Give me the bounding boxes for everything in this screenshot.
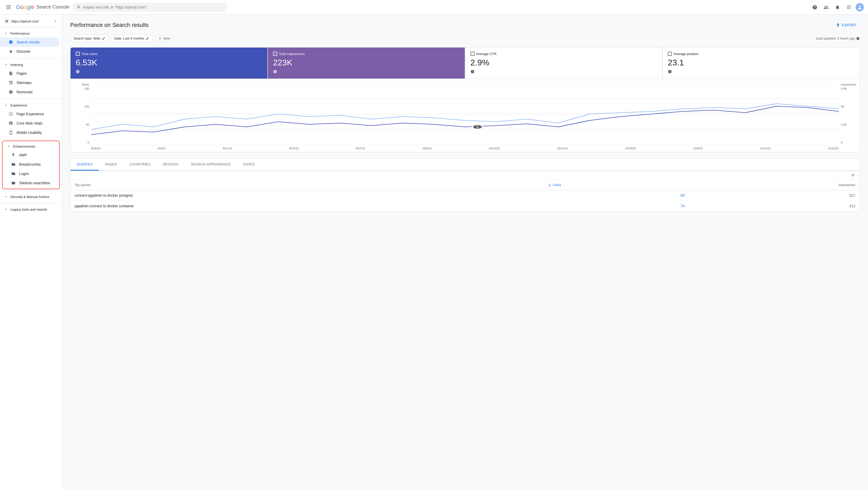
search-bar (72, 3, 227, 12)
position-checkbox (668, 52, 672, 56)
logos-label: Logos (19, 172, 29, 176)
tab-dates[interactable]: DATES (237, 159, 261, 171)
date-filter[interactable]: Date: Last 3 months (111, 35, 153, 42)
collapse-icon (4, 31, 8, 35)
breadcrumbs-label: Breadcrumbs (19, 162, 40, 166)
sidebar-section-legacy: Legacy tools and reports (0, 204, 62, 215)
sidebar-item-core-web-vitals[interactable]: Core Web Vitals (0, 119, 60, 128)
y-1500: 1.5K (841, 123, 854, 126)
sidebar-item-breadcrumbs[interactable]: Breadcrumbs (3, 160, 57, 169)
mobile-icon (8, 130, 13, 135)
sidebar-item-pages[interactable]: Pages (0, 69, 60, 78)
metric-card-clicks[interactable]: Total clicks 6.53K (70, 47, 268, 79)
cwv-icon (8, 121, 13, 126)
url-inspect-input[interactable] (83, 5, 223, 9)
metric-card-position[interactable]: Average position 23.1 (662, 47, 860, 79)
svg-point-8 (9, 112, 12, 116)
experience-header[interactable]: Experience (0, 101, 62, 109)
chart-svg-wrapper: 1 8/26/22 9/3/22 9/11/22 9/19/22 9/27/22… (91, 83, 839, 150)
search-type-filter[interactable]: Search type: Web (70, 35, 109, 42)
site-dropdown-icon[interactable] (54, 19, 58, 23)
x-1122: 11/22/22 (828, 147, 839, 150)
sidebar-item-search-results[interactable]: Search results (0, 37, 60, 47)
sidebar-item-sitelinks-searchbox[interactable]: Sitelinks searchbox (3, 178, 57, 188)
site-url-section: https://dykraf.com/ (0, 17, 62, 27)
clicks-info[interactable] (76, 69, 262, 74)
main-content: Performance on Search results EXPORT Sea… (62, 14, 868, 489)
performance-header[interactable]: Performance (0, 29, 62, 37)
divider-4 (0, 190, 62, 190)
filter-table-button[interactable] (851, 173, 855, 178)
security-header[interactable]: Security & Manual Actions (0, 192, 62, 201)
collapse-icon-indexing (4, 63, 8, 67)
clicks-sort[interactable]: Clicks (548, 183, 685, 187)
tabs-row: QUERIES PAGES COUNTRIES DEVICES SEARCH A… (70, 159, 860, 171)
export-icon (836, 23, 840, 27)
table-head: Top queries Clicks Impressions (70, 180, 860, 190)
sidebar-item-mobile-usability[interactable]: Mobile Usability (0, 128, 60, 137)
position-value: 23.1 (668, 58, 854, 67)
sidebar-item-sitemaps[interactable]: Sitemaps (0, 78, 60, 87)
apps-button[interactable] (844, 3, 854, 12)
sidebar-section-experience: Experience Page Experience Core Web Vita… (0, 100, 62, 138)
legacy-header[interactable]: Legacy tools and reports (0, 205, 62, 213)
sidebar-item-logos[interactable]: Logos (3, 169, 57, 178)
edit-date-icon (146, 37, 149, 40)
search-icon (77, 5, 81, 9)
tab-queries[interactable]: QUERIES (70, 159, 99, 171)
pages-label: Pages (17, 71, 27, 75)
sidebar-item-page-experience[interactable]: Page Experience (0, 109, 60, 119)
notifications-button[interactable] (833, 3, 842, 12)
menu-button[interactable] (4, 3, 13, 12)
metric-card-impressions[interactable]: Total impressions 223K (268, 47, 465, 79)
y-label-impressions: Impressions (841, 83, 854, 86)
mobile-usability-label: Mobile Usability (17, 130, 42, 135)
sidebar-item-discover[interactable]: Discover (0, 47, 60, 56)
x-1021: 10/21/22 (557, 147, 568, 150)
impressions-info[interactable] (273, 69, 460, 74)
sidebar-section-security: Security & Manual Actions (0, 191, 62, 202)
col-impressions-header: Impressions (689, 180, 860, 190)
tab-pages[interactable]: PAGES (99, 159, 123, 171)
x-1029: 10/29/22 (625, 147, 636, 150)
x-116: 11/6/22 (693, 147, 703, 150)
table-header-row: Top queries Clicks Impressions (70, 180, 860, 190)
col-clicks-header[interactable]: Clicks (544, 180, 689, 190)
tab-search-appearance[interactable]: SEARCH APPEARANCE (185, 159, 237, 171)
sidebar-item-removals[interactable]: Removals (0, 87, 60, 97)
export-button[interactable]: EXPORT (833, 21, 860, 29)
x-919: 9/19/22 (289, 147, 299, 150)
enhancements-header[interactable]: Enhancements (3, 142, 59, 150)
col-query-header: Top queries (70, 180, 544, 190)
ctr-checkbox (470, 52, 474, 56)
sidebar-item-amp[interactable]: AMP (3, 150, 57, 160)
account-switcher-button[interactable] (822, 3, 831, 12)
queries-table: Top queries Clicks Impressions (70, 180, 860, 211)
y-axis-right: Impressions 4.5K 3K 1.5K 0 (839, 83, 854, 144)
experience-label: Experience (10, 103, 27, 107)
app: Google Search Console (0, 0, 868, 489)
search-results-label: Search results (17, 40, 39, 44)
logo[interactable]: Google Search Console (16, 4, 69, 10)
metric-card-ctr[interactable]: Average CTR 2.9% (465, 47, 662, 79)
tab-countries[interactable]: COUNTRIES (123, 159, 157, 171)
logo-text: Google (16, 4, 34, 10)
impressions-checkbox (273, 52, 277, 56)
experience-icon (8, 112, 13, 117)
pages-icon (8, 71, 13, 76)
indexing-header[interactable]: Indexing (0, 60, 62, 69)
y-120: 120 (85, 105, 89, 108)
position-info[interactable] (668, 69, 854, 74)
y-180: 180 (85, 87, 89, 90)
help-button[interactable] (810, 3, 819, 12)
sitelinks-icon (11, 180, 16, 186)
avatar[interactable] (856, 3, 864, 11)
ctr-info[interactable] (470, 69, 657, 74)
impressions-cell-2: 812 (689, 201, 860, 211)
tab-devices[interactable]: DEVICES (157, 159, 185, 171)
breadcrumbs-icon (11, 162, 16, 167)
amp-label: AMP (19, 153, 27, 157)
enhancements-section: Enhancements AMP Breadcrumbs (2, 141, 60, 189)
new-filter-button[interactable]: New (155, 35, 173, 42)
filter-icon (851, 173, 855, 178)
